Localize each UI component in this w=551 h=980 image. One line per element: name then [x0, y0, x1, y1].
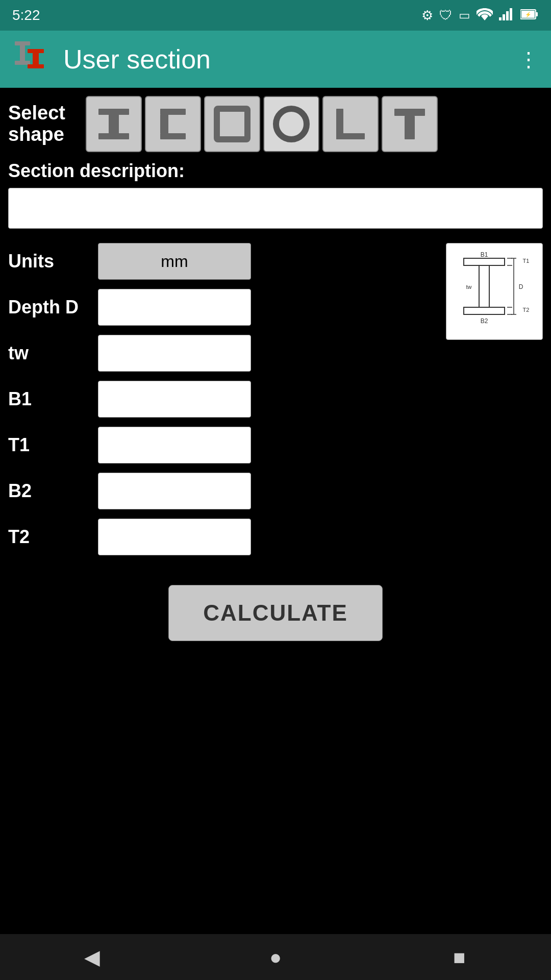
more-vert-icon[interactable]: ⋮	[518, 47, 539, 71]
diagram-svg: B1 B2 D tw T1 T2	[454, 251, 535, 332]
svg-text:B1: B1	[481, 251, 488, 258]
home-icon: ●	[269, 946, 282, 969]
depth-d-input[interactable]	[98, 289, 251, 326]
svg-rect-15	[109, 115, 119, 133]
svg-rect-9	[20, 45, 25, 61]
svg-rect-16	[98, 133, 129, 139]
t2-input[interactable]	[98, 519, 251, 555]
svg-rect-17	[160, 109, 186, 115]
app-logo	[12, 39, 53, 80]
b1-input[interactable]	[98, 381, 251, 418]
svg-text:T1: T1	[523, 258, 530, 264]
form-area: Units mm Depth D tw B1 T1	[8, 243, 543, 565]
t1-input[interactable]	[98, 427, 251, 463]
svg-rect-3	[510, 8, 512, 20]
wifi-icon	[477, 8, 493, 22]
b2-input[interactable]	[98, 473, 251, 509]
tw-row: tw	[8, 335, 436, 372]
status-time: 5:22	[12, 7, 40, 23]
app-title: User section	[63, 44, 508, 75]
bottom-nav: ◀ ● ■	[0, 934, 551, 980]
svg-text:tw: tw	[466, 284, 472, 290]
gear-icon: ⚙	[421, 8, 433, 23]
tw-input[interactable]	[98, 335, 251, 372]
units-button[interactable]: mm	[98, 243, 251, 280]
depth-d-row: Depth D	[8, 289, 436, 326]
b1-label: B1	[8, 388, 90, 410]
units-label: Units	[8, 251, 90, 272]
svg-rect-28	[464, 307, 505, 314]
units-row: Units mm	[8, 243, 436, 280]
b1-row: B1	[8, 381, 436, 418]
shape-circle[interactable]	[263, 96, 319, 152]
svg-point-21	[276, 109, 307, 139]
svg-rect-1	[503, 14, 505, 20]
battery-icon: ⚡	[520, 9, 539, 22]
shape-selector-label: Select shape	[8, 103, 80, 145]
svg-rect-20	[217, 109, 247, 139]
section-diagram: B1 B2 D tw T1 T2	[446, 243, 543, 340]
t1-label: T1	[8, 434, 90, 456]
svg-rect-24	[394, 109, 425, 116]
svg-rect-2	[506, 11, 509, 20]
main-content: Select shape	[0, 88, 551, 670]
b2-row: B2	[8, 473, 436, 509]
svg-rect-5	[536, 12, 538, 16]
calculate-row: CALCULATE	[8, 585, 543, 641]
shape-t-section[interactable]	[382, 96, 438, 152]
t2-row: T2	[8, 519, 436, 555]
status-bar: 5:22 ⚙ 🛡 ▭ ⚡	[0, 0, 551, 31]
t1-row: T1	[8, 427, 436, 463]
section-description-input[interactable]	[8, 188, 543, 229]
svg-rect-0	[499, 17, 502, 20]
section-description-label: Section description:	[8, 160, 543, 182]
svg-rect-25	[405, 116, 415, 139]
svg-text:B2: B2	[481, 317, 488, 325]
b2-label: B2	[8, 480, 90, 502]
svg-rect-19	[160, 133, 186, 139]
svg-rect-11	[28, 49, 44, 53]
svg-rect-13	[28, 64, 44, 68]
app-bar: User section ⋮	[0, 31, 551, 88]
signal-icon	[499, 8, 514, 22]
tw-label: tw	[8, 342, 90, 364]
shape-l-angle[interactable]	[322, 96, 379, 152]
nav-recent-button[interactable]: ■	[439, 937, 480, 977]
back-icon: ◀	[84, 945, 100, 969]
calculate-button[interactable]: CALCULATE	[168, 585, 383, 641]
recent-icon: ■	[453, 946, 465, 969]
shape-buttons	[86, 96, 438, 152]
nav-back-button[interactable]: ◀	[71, 937, 112, 977]
shape-rectangle[interactable]	[204, 96, 260, 152]
svg-rect-8	[15, 41, 30, 45]
shape-c-channel[interactable]	[145, 96, 201, 152]
sim-icon: ▭	[459, 8, 470, 22]
depth-d-label: Depth D	[8, 297, 90, 318]
shape-i-beam[interactable]	[86, 96, 142, 152]
t2-label: T2	[8, 526, 90, 548]
svg-rect-27	[479, 265, 489, 307]
svg-rect-23	[336, 133, 365, 139]
svg-rect-18	[160, 115, 168, 133]
svg-text:⚡: ⚡	[525, 11, 532, 18]
svg-rect-12	[33, 53, 39, 64]
status-icons: ⚙ 🛡 ▭ ⚡	[421, 8, 539, 23]
svg-text:D: D	[519, 283, 523, 290]
svg-rect-14	[98, 109, 129, 115]
form-fields: Units mm Depth D tw B1 T1	[8, 243, 436, 565]
svg-text:T2: T2	[523, 307, 530, 313]
svg-rect-26	[464, 258, 505, 265]
svg-rect-10	[15, 61, 30, 65]
shield-icon: 🛡	[439, 8, 453, 23]
shape-selector-row: Select shape	[8, 96, 543, 152]
nav-home-button[interactable]: ●	[255, 937, 296, 977]
